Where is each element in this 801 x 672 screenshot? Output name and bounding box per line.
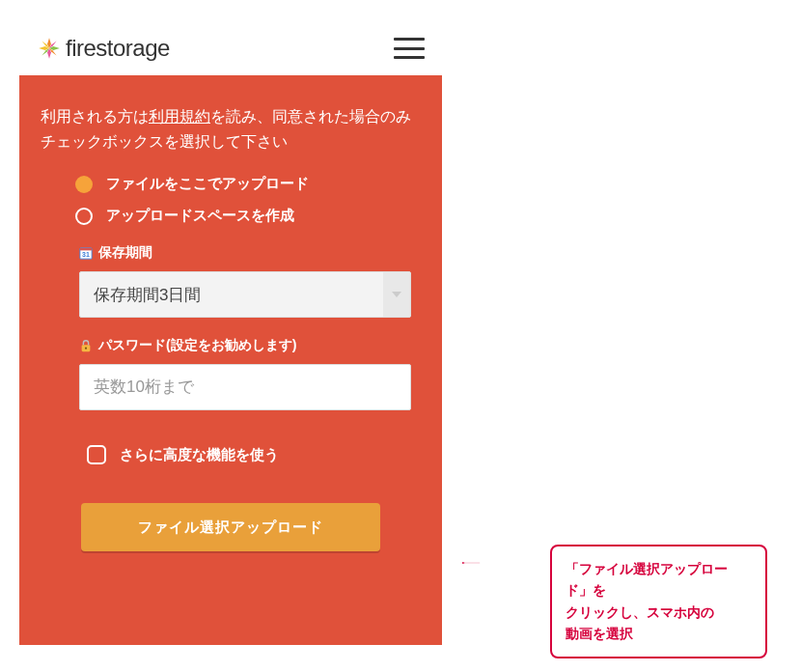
- retention-label-row: 31 保存期間: [79, 244, 421, 262]
- main-panel: 利用される方は利用規約を読み、同意された場合のみチェックボックスを選択して下さい…: [19, 75, 442, 645]
- password-input[interactable]: [79, 364, 411, 410]
- hamburger-bar-icon: [394, 47, 425, 50]
- app-frame: firestorage 利用される方は利用規約を読み、同意された場合のみチェック…: [19, 27, 442, 655]
- callout-line: クリックし、スマホ内の: [566, 604, 714, 620]
- star-flower-icon: [37, 36, 62, 61]
- checkbox-unchecked-icon: [87, 445, 106, 464]
- password-field: パスワード(設定をお勧めします): [41, 337, 421, 410]
- lock-icon: [79, 339, 93, 352]
- radio-unselected-icon: [75, 208, 93, 225]
- callout-line: 「ファイル選択アップロード」を: [566, 561, 728, 598]
- hamburger-bar-icon: [394, 38, 425, 41]
- radio-label: アップロードスペースを作成: [106, 207, 294, 225]
- retention-value: 保存期間3日間: [94, 284, 201, 306]
- menu-button[interactable]: [394, 38, 425, 59]
- hamburger-bar-icon: [394, 56, 425, 59]
- retention-label: 保存期間: [98, 244, 152, 262]
- retention-select[interactable]: 保存期間3日間: [79, 271, 411, 318]
- svg-point-4: [85, 348, 87, 350]
- retention-field: 31 保存期間 保存期間3日間: [41, 244, 421, 318]
- svg-rect-1: [80, 248, 92, 251]
- calendar-clock-icon: 31: [79, 246, 93, 260]
- password-label: パスワード(設定をお勧めします): [98, 337, 296, 354]
- svg-text:31: 31: [82, 251, 90, 258]
- file-select-upload-button[interactable]: ファイル選択アップロード: [81, 503, 380, 551]
- upload-mode-group: ファイルをここでアップロード アップロードスペースを作成: [75, 175, 421, 225]
- logo-text: firestorage: [66, 35, 170, 62]
- radio-create-space[interactable]: アップロードスペースを作成: [75, 207, 421, 225]
- header: firestorage: [19, 27, 442, 75]
- advanced-toggle[interactable]: さらに高度な機能を使う: [87, 445, 421, 464]
- password-label-row: パスワード(設定をお勧めします): [79, 337, 421, 354]
- chevron-down-icon: [383, 272, 410, 317]
- advanced-label: さらに高度な機能を使う: [120, 446, 279, 464]
- annotation-callout: 「ファイル選択アップロード」を クリックし、スマホ内の 動画を選択: [550, 545, 767, 658]
- terms-link[interactable]: 利用規約: [149, 108, 210, 125]
- radio-selected-icon: [75, 176, 93, 193]
- logo[interactable]: firestorage: [37, 35, 170, 62]
- callout-line: 動画を選択: [566, 626, 633, 641]
- intro-text: 利用される方は利用規約を読み、同意された場合のみチェックボックスを選択して下さい: [41, 104, 421, 154]
- radio-upload-here[interactable]: ファイルをここでアップロード: [75, 175, 421, 193]
- intro-prefix: 利用される方は: [41, 108, 149, 125]
- radio-label: ファイルをここでアップロード: [106, 175, 309, 193]
